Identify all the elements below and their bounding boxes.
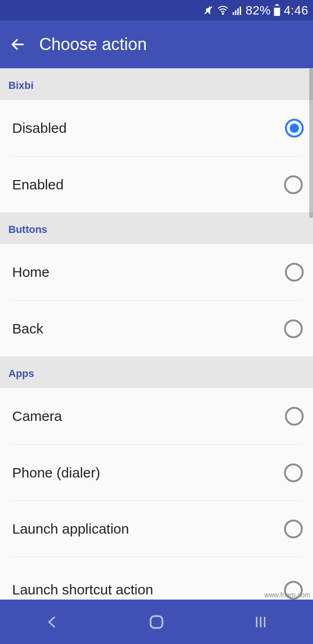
section-header-bixbi: Bixbi bbox=[0, 68, 313, 100]
section-header-buttons: Buttons bbox=[0, 212, 313, 244]
svg-rect-5 bbox=[240, 7, 241, 15]
back-arrow-icon[interactable] bbox=[9, 36, 26, 53]
svg-rect-6 bbox=[276, 4, 279, 6]
radio-icon[interactable] bbox=[284, 520, 303, 538]
option-camera[interactable]: Camera bbox=[0, 388, 313, 444]
option-label: Launch shortcut action bbox=[12, 582, 153, 598]
option-home[interactable]: Home bbox=[0, 244, 313, 300]
option-label: Disabled bbox=[12, 120, 67, 136]
svg-line-0 bbox=[205, 7, 212, 14]
option-label: Launch application bbox=[12, 521, 129, 537]
clock: 4:46 bbox=[284, 3, 308, 18]
svg-rect-4 bbox=[237, 8, 239, 15]
option-disabled[interactable]: Disabled bbox=[0, 100, 313, 156]
option-label: Phone (dialer) bbox=[12, 465, 100, 481]
option-launch-shortcut-action[interactable]: Launch shortcut action bbox=[10, 557, 303, 589]
option-launch-application[interactable]: Launch application bbox=[10, 500, 303, 557]
page-title: Choose action bbox=[39, 35, 147, 54]
battery-percent: 82% bbox=[246, 3, 271, 18]
nav-recents-button[interactable] bbox=[247, 608, 275, 636]
option-label: Home bbox=[12, 264, 50, 280]
radio-icon[interactable] bbox=[284, 175, 303, 194]
content-scroll[interactable]: Bixbi Disabled Enabled Buttons Home Back… bbox=[0, 68, 313, 600]
battery-icon bbox=[273, 4, 281, 16]
option-label: Enabled bbox=[12, 177, 64, 193]
nav-bar bbox=[0, 600, 313, 644]
radio-icon[interactable] bbox=[285, 119, 304, 137]
watermark: www.frfam.com bbox=[264, 591, 310, 599]
radio-icon[interactable] bbox=[284, 463, 303, 482]
status-bar: 82% 4:46 bbox=[0, 0, 313, 21]
nav-home-button[interactable] bbox=[142, 608, 171, 636]
svg-rect-3 bbox=[235, 10, 236, 15]
option-enabled[interactable]: Enabled bbox=[10, 156, 303, 212]
app-bar: Choose action bbox=[0, 21, 313, 68]
option-label: Camera bbox=[12, 408, 62, 424]
svg-rect-2 bbox=[233, 12, 234, 15]
svg-point-1 bbox=[222, 13, 223, 14]
radio-icon[interactable] bbox=[285, 263, 304, 282]
option-label: Back bbox=[12, 321, 43, 337]
svg-rect-10 bbox=[150, 616, 162, 628]
nav-back-button[interactable] bbox=[38, 608, 66, 636]
svg-rect-8 bbox=[274, 6, 280, 7]
wifi-icon bbox=[217, 5, 229, 16]
option-phone-dialer[interactable]: Phone (dialer) bbox=[10, 444, 303, 500]
section-header-apps: Apps bbox=[0, 356, 313, 388]
radio-icon[interactable] bbox=[284, 319, 303, 338]
signal-icon bbox=[232, 5, 243, 16]
mute-icon bbox=[203, 5, 214, 16]
radio-icon[interactable] bbox=[285, 407, 304, 426]
scrollbar[interactable] bbox=[309, 68, 313, 218]
option-back[interactable]: Back bbox=[10, 300, 303, 356]
